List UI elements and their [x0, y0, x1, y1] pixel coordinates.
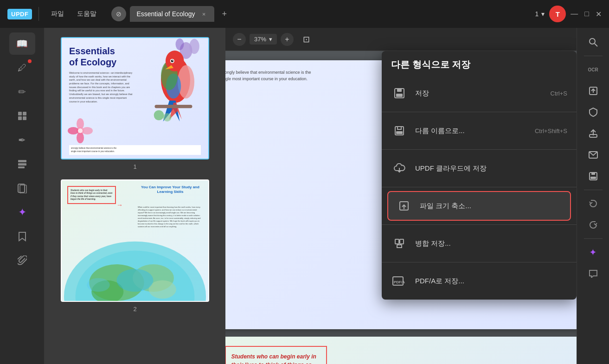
close-button[interactable]: ✕: [596, 10, 602, 19]
sidebar-annotate-icon[interactable]: ✏: [9, 81, 35, 103]
dropdown-save-label: 저장: [415, 89, 429, 98]
sidebar-share-icon[interactable]: [582, 124, 604, 143]
page-number: 1: [535, 10, 539, 18]
thumb2-title: You Can Improve Your Study and Learning …: [138, 185, 203, 195]
zoom-control: − 37% ▾ +: [233, 33, 294, 46]
svg-rect-54: [395, 239, 399, 244]
svg-point-19: [172, 60, 173, 61]
thumbnail-container-2: Students who can begin early in their li…: [61, 179, 209, 313]
thumbnail-page-1[interactable]: Essentialsof Ecology Welcome to environm…: [61, 37, 209, 160]
dropdown-item-pdfa[interactable]: PDF/A PDF/A로 저장...: [382, 266, 577, 296]
svg-point-35: [117, 269, 154, 292]
svg-rect-6: [18, 166, 25, 168]
sidebar-comment-icon[interactable]: [582, 264, 604, 283]
page-dropdown[interactable]: ▾: [541, 10, 545, 18]
save-dropdown: 다른 형식으로 저장 저장 Ctrl+S 다름 이름으로... Ctrl+Shi…: [382, 51, 577, 300]
sidebar-undo-icon[interactable]: [582, 194, 604, 213]
sidebar-attachment-icon[interactable]: [9, 249, 35, 272]
minimize-button[interactable]: —: [571, 10, 578, 19]
divider-3: [382, 187, 577, 187]
pdfa-icon: PDF/A: [391, 273, 408, 289]
merge-icon: [391, 235, 408, 252]
dropdown-saveas-shortcut: Ctrl+Shift+S: [535, 128, 567, 134]
maximize-button[interactable]: □: [584, 10, 589, 19]
svg-rect-2: [18, 116, 22, 120]
sidebar-edit-icon[interactable]: 🖊: [9, 57, 35, 79]
svg-point-21: [154, 110, 164, 121]
thumb2-number: 2: [133, 306, 136, 313]
svg-rect-68: [590, 177, 596, 179]
svg-point-18: [171, 60, 173, 62]
saveas-icon: [391, 122, 408, 139]
pdf-view: − 37% ▾ + ⊡ strongly believe that enviro…: [225, 28, 577, 364]
title-bar-right: 1 ▾ T — □ ✕: [535, 6, 609, 22]
thumbnail-panel: Essentialsof Ecology Welcome to environm…: [45, 28, 225, 364]
sidebar-search-icon[interactable]: [582, 32, 604, 52]
svg-rect-4: [18, 160, 26, 162]
sidebar-sign-icon[interactable]: ✒: [9, 129, 35, 151]
svg-text:PDF/A: PDF/A: [394, 280, 405, 284]
dropdown-pdfa-label: PDF/A로 저장...: [415, 277, 464, 286]
right-sidebar: OCR ✦: [577, 28, 609, 364]
tab-icon: ⊘: [111, 6, 126, 21]
sidebar-effects-icon[interactable]: ✦: [582, 243, 604, 262]
dropdown-merge-label: 병합 저장...: [415, 239, 451, 248]
sidebar-form-icon[interactable]: [9, 105, 35, 127]
zoom-in-button[interactable]: +: [281, 33, 294, 46]
svg-point-10: [189, 39, 199, 54]
dropdown-item-merge[interactable]: 병합 저장...: [382, 229, 577, 258]
sidebar-pages-icon[interactable]: [9, 177, 35, 199]
tab-add-button[interactable]: +: [218, 7, 231, 21]
dropdown-item-cloud[interactable]: UPDF 클라우드에 저장: [382, 153, 577, 183]
menu-file[interactable]: 파일: [45, 7, 70, 21]
menu-help[interactable]: 도움말: [71, 7, 102, 21]
thumbnail-container-1: Essentialsof Ecology Welcome to environm…: [61, 37, 209, 170]
dropdown-item-save[interactable]: 저장 Ctrl+S: [382, 78, 577, 108]
svg-rect-1: [23, 112, 26, 115]
sidebar-export-icon[interactable]: [582, 81, 604, 101]
svg-line-62: [595, 44, 597, 46]
svg-point-26: [68, 127, 79, 134]
window-controls: — □ ✕: [571, 10, 602, 19]
thumb1-bottom: strongly believe that environmental scie…: [69, 145, 201, 155]
sidebar-ocr-icon[interactable]: OCR: [582, 60, 604, 79]
sidebar-reader-icon[interactable]: 📖: [9, 32, 35, 55]
svg-point-34: [149, 281, 176, 299]
thumb2-quote: Students who can begin early in their li…: [67, 186, 116, 204]
sidebar-ai-icon[interactable]: ✦: [9, 201, 35, 224]
sidebar-protect-icon[interactable]: [582, 102, 604, 122]
tab-ecology[interactable]: Essential of Ecology ×: [130, 6, 214, 22]
thumb2-globe: [62, 241, 208, 301]
thumbnail-page-2[interactable]: Students who can begin early in their li…: [61, 179, 209, 302]
dropdown-save-shortcut: Ctrl+S: [551, 90, 567, 97]
save-icon: [391, 85, 408, 102]
svg-rect-49: [396, 94, 403, 97]
svg-point-11: [176, 38, 184, 50]
sidebar-organize-icon[interactable]: [9, 153, 35, 175]
user-avatar[interactable]: T: [549, 6, 566, 22]
sidebar-save-icon[interactable]: [582, 166, 604, 186]
parrot-illustration: [143, 38, 204, 121]
svg-rect-20: [155, 105, 192, 108]
left-sidebar: 📖 🖊 ✏ ✒ ✦: [0, 28, 45, 364]
sidebar-email-icon[interactable]: [582, 145, 604, 165]
dropdown-compress-label: 파일 크기 축소...: [420, 202, 471, 211]
sidebar-redo-icon[interactable]: [582, 215, 604, 235]
dropdown-cloud-label: UPDF 클라우드에 저장: [415, 164, 487, 173]
svg-rect-0: [18, 112, 22, 115]
updf-logo[interactable]: UPDF: [7, 9, 32, 19]
zoom-out-button[interactable]: −: [233, 33, 246, 46]
svg-point-61: [590, 38, 595, 44]
fit-page-button[interactable]: ⊡: [303, 34, 310, 45]
sidebar-bookmark-icon[interactable]: [9, 225, 35, 248]
divider-2: [382, 149, 577, 150]
right-divider-1: [584, 56, 603, 56]
dropdown-item-saveas[interactable]: 다름 이름으로... Ctrl+Shift+S: [382, 116, 577, 146]
svg-rect-5: [18, 163, 26, 166]
pdf-page-2: Students who can begin early in their li…: [225, 337, 577, 364]
dropdown-item-compress[interactable]: 파일 크기 축소...: [387, 191, 571, 221]
tab-close-button[interactable]: ×: [199, 10, 208, 18]
zoom-value-display[interactable]: 37% ▾: [250, 34, 277, 45]
svg-rect-48: [397, 89, 402, 92]
divider-1: [382, 112, 577, 112]
